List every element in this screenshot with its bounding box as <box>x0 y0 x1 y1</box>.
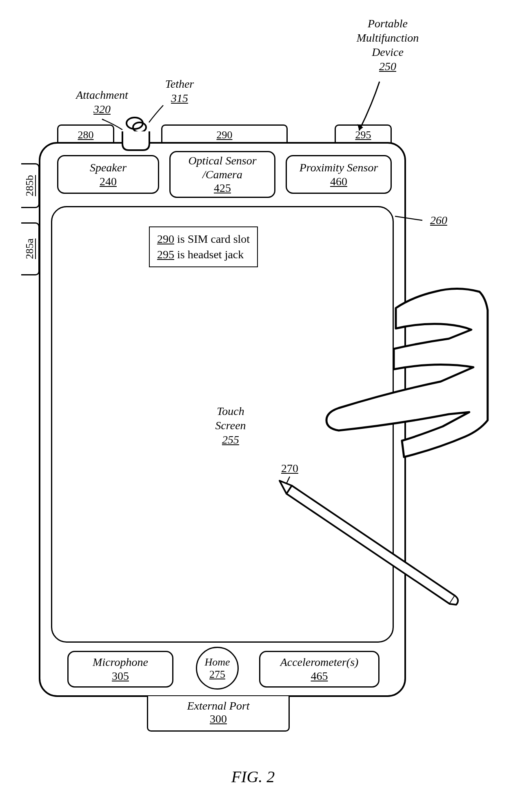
tether-text: Tether <box>165 78 194 90</box>
hand-ref-label: 265 <box>408 353 441 367</box>
touch-label: Touch Screen 255 <box>200 404 261 447</box>
tab-285a-ref: 285a <box>24 239 36 260</box>
touch-line1: Touch <box>217 405 244 417</box>
home-text: Home <box>204 656 230 668</box>
speaker-ref: 240 <box>100 175 117 189</box>
tab-295: 295 <box>335 124 392 143</box>
optical-ref: 425 <box>214 181 231 195</box>
external-port-text: External Port <box>187 699 249 712</box>
tab-285b: 285b <box>21 163 40 208</box>
touch-line2: Screen <box>215 419 246 432</box>
proximity-ref: 460 <box>330 175 347 189</box>
speaker-text: Speaker <box>90 161 126 175</box>
accel-box: Accelerometer(s) 465 <box>259 651 380 688</box>
title-line2: Multifunction <box>357 31 419 44</box>
note-t290: is SIM card slot <box>174 233 250 245</box>
external-port-tab: External Port 300 <box>147 696 290 732</box>
note-r290: 290 <box>157 233 174 245</box>
title-arrow-path <box>359 82 380 131</box>
attachment-ref: 320 <box>93 102 111 116</box>
touch-ref: 255 <box>222 433 239 447</box>
speaker-box: Speaker 240 <box>57 155 159 194</box>
microphone-ref: 305 <box>112 669 129 683</box>
note-box: 290 is SIM card slot 295 is headset jack <box>149 226 258 267</box>
tab-290: 290 <box>161 124 288 143</box>
stylus-ref: 270 <box>281 461 298 475</box>
tab-290-ref: 290 <box>217 129 233 141</box>
tab-285a: 285a <box>21 222 40 275</box>
svg-point-1 <box>133 122 146 132</box>
proximity-text: Proximity Sensor <box>300 161 378 175</box>
screen-ref-label: 260 <box>422 213 455 227</box>
svg-point-0 <box>126 118 143 129</box>
screen-ref: 260 <box>430 213 447 227</box>
proximity-box: Proximity Sensor 460 <box>286 155 392 194</box>
note-r295: 295 <box>157 248 174 261</box>
stylus-ref-label: 270 <box>273 461 306 475</box>
title-line1: Portable <box>368 17 408 30</box>
hand-ref: 265 <box>416 353 433 367</box>
note-t295: is headset jack <box>174 248 244 261</box>
tab-295-ref: 295 <box>355 129 371 141</box>
title-line3: Device <box>372 46 404 58</box>
tab-280: 280 <box>57 124 114 143</box>
title-label: Portable Multifunction Device 250 <box>326 16 449 73</box>
figure-caption: FIG. 2 <box>0 767 506 786</box>
title-ref: 250 <box>379 59 396 73</box>
optical-text1: Optical Sensor <box>188 154 256 168</box>
optical-text2: /Camera <box>202 168 242 182</box>
optical-box: Optical Sensor /Camera 425 <box>169 151 275 198</box>
note-line2: 295 is headset jack <box>157 247 250 262</box>
microphone-text: Microphone <box>93 655 148 669</box>
external-port-ref: 300 <box>210 712 227 725</box>
accel-text: Accelerometer(s) <box>280 655 359 669</box>
home-button: Home 275 <box>196 647 239 690</box>
tab-285b-ref: 285b <box>24 175 36 196</box>
note-line1: 290 is SIM card slot <box>157 231 250 247</box>
attachment-label: Attachment 320 <box>63 88 141 116</box>
tether-label: Tether 315 <box>155 77 204 105</box>
figure-caption-text: FIG. 2 <box>231 768 275 786</box>
home-ref: 275 <box>209 668 225 681</box>
accel-ref: 465 <box>311 669 328 683</box>
microphone-box: Microphone 305 <box>67 651 173 688</box>
tether-leader <box>149 105 163 122</box>
tether-ref: 315 <box>171 91 188 105</box>
tab-280-ref: 280 <box>78 129 94 141</box>
attachment-text: Attachment <box>76 89 128 101</box>
